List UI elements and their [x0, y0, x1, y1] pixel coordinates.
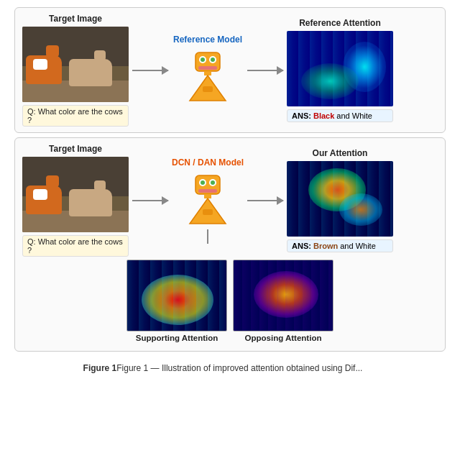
- opposing-attention-image: [233, 260, 334, 331]
- top-robot-icon: [183, 49, 233, 106]
- top-target-label: Target Image: [49, 14, 102, 24]
- vertical-connector: [207, 229, 208, 244]
- arrow-icon-3: [132, 200, 168, 201]
- support-section: Supporting Attention Opposing Attention: [22, 260, 438, 345]
- bottom-attention: Our Attention ANS: Brown and White: [287, 148, 393, 252]
- bottom-ans-suffix: and White: [338, 242, 376, 250]
- caption-text: Figure 1 — Illustration of improved atte…: [116, 363, 362, 373]
- top-model-label: Reference Model: [173, 35, 242, 45]
- top-attention-image: [287, 31, 393, 106]
- top-answer-badge: ANS: Black and White: [287, 109, 393, 122]
- bottom-ans-colored: Brown: [313, 242, 338, 250]
- top-right-arrow: [244, 70, 287, 71]
- top-question-badge: Q: What color are the cows ?: [22, 105, 129, 127]
- top-ans-colored: Black: [313, 111, 334, 120]
- bottom-answer-badge: ANS: Brown and White: [287, 239, 393, 252]
- top-row: Target Image Q: What color are the cows …: [22, 14, 438, 127]
- arrow-icon-2: [247, 70, 283, 71]
- svg-rect-8: [203, 86, 213, 92]
- svg-point-12: [201, 180, 205, 185]
- opposing-label: Opposing Attention: [245, 334, 322, 342]
- svg-point-4: [211, 58, 215, 62]
- supporting-label: Supporting Attention: [136, 334, 218, 342]
- top-target: Target Image Q: What color are the cows …: [22, 14, 129, 127]
- top-ans-prefix: ANS:: [292, 111, 313, 120]
- top-left-arrow: [129, 70, 172, 71]
- supporting-attention-image: [126, 260, 227, 331]
- bottom-model-box: DCN / DAN Model: [172, 157, 244, 244]
- bottom-section: Target Image Q: What color are the cows …: [14, 137, 446, 352]
- top-section: Target Image Q: What color are the cows …: [14, 7, 446, 133]
- bottom-attention-label: Our Attention: [313, 148, 368, 158]
- bottom-target-label: Target Image: [49, 144, 102, 154]
- top-target-image: [22, 27, 129, 102]
- svg-point-3: [201, 58, 205, 62]
- supporting-attention-box: Supporting Attention: [126, 260, 227, 342]
- bottom-right-arrow: [244, 200, 287, 201]
- svg-point-13: [211, 180, 215, 185]
- support-images-container: Supporting Attention Opposing Attention: [126, 260, 334, 342]
- figure-caption: Figure 1Figure 1 — Illustration of impro…: [14, 362, 431, 375]
- bottom-left-arrow: [129, 200, 172, 201]
- svg-rect-5: [198, 66, 217, 70]
- bottom-ans-prefix: ANS:: [292, 242, 313, 250]
- arrow-icon: [132, 70, 168, 71]
- arrow-icon-4: [247, 200, 283, 201]
- top-model-box: Reference Model: [172, 35, 244, 106]
- opposing-attention-box: Opposing Attention: [233, 260, 334, 342]
- bottom-row: Target Image Q: What color are the cows …: [22, 144, 438, 257]
- bottom-attention-image: [287, 161, 393, 237]
- bottom-target-image: [22, 157, 129, 232]
- top-attention: Reference Attention ANS: Black and White: [287, 18, 393, 122]
- main-diagram: Target Image Q: What color are the cows …: [14, 7, 446, 375]
- bottom-robot-icon: [183, 172, 233, 229]
- top-ans-suffix: and White: [334, 111, 372, 120]
- fig-number: Figure 1: [83, 363, 117, 373]
- svg-rect-17: [203, 209, 213, 215]
- top-question-text: Q: What color are the cows ?: [27, 107, 123, 124]
- bottom-model-label: DCN / DAN Model: [172, 157, 244, 168]
- bottom-question-badge: Q: What color are the cows ?: [22, 235, 129, 257]
- bottom-target: Target Image Q: What color are the cows …: [22, 144, 129, 257]
- top-attention-label: Reference Attention: [299, 18, 381, 28]
- svg-rect-14: [198, 189, 217, 193]
- bottom-question-text: Q: What color are the cows ?: [27, 237, 123, 255]
